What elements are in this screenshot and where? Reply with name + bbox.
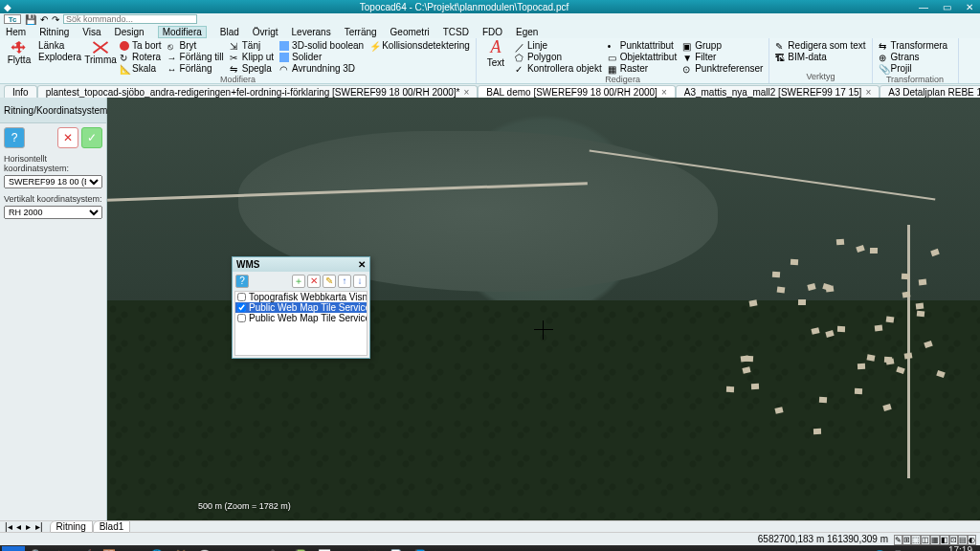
stretch-tool[interactable]: ⇲Tänj [230,40,274,51]
taskbar-app[interactable]: 📨 [241,546,264,551]
close-button[interactable]: ✕ [963,2,976,12]
cancel-button[interactable]: ✕ [57,127,78,148]
projil-tool[interactable]: 📎Projil [879,63,948,74]
horizontal-crs-select[interactable]: SWEREF99 18 00 (EPSG: 3011) [4,175,102,188]
status-toggle[interactable]: ◫ [921,535,930,545]
nav-first-button[interactable]: |◂ [4,521,13,532]
wms-edit-button[interactable]: ✎ [323,275,336,288]
wms-close-button[interactable]: ✕ [358,259,366,270]
wms-help-button[interactable]: ? [235,275,249,288]
taskbar-app[interactable]: 🌐 [145,546,168,551]
menu-visa[interactable]: Visa [82,27,100,37]
taskbar-app[interactable]: e [122,546,145,551]
mirror-tool[interactable]: ⇋Spegla [230,63,274,74]
document-tab[interactable]: A3_mattis_nya_mall2 [SWEREF99 17 15]× [676,85,880,98]
status-toggle[interactable]: ◧ [940,535,949,545]
taskbar-app[interactable]: 📗 [289,546,312,551]
menu-egen[interactable]: Egen [516,27,538,37]
bim-data-tool[interactable]: 🏗BIM-data [775,52,865,62]
status-toggle[interactable]: ✎ [894,535,902,545]
status-toggle[interactable]: ⬚ [911,535,921,545]
break-tool[interactable]: ⎋Bryt [167,40,224,51]
wms-layer-checkbox[interactable] [237,293,246,301]
sheet-tab[interactable]: Ritning [50,520,93,533]
tab-close-icon[interactable]: × [661,87,667,98]
menu-blad[interactable]: Blad [220,27,239,37]
taskbar-app[interactable]: 📁 [50,546,73,551]
extend-to-tool[interactable]: →Förläng till [167,52,224,62]
qat-save-icon[interactable]: 💾 [25,14,36,25]
line-tool[interactable]: ／Linje [515,40,602,51]
maximize-button[interactable]: ▭ [940,2,953,12]
boolean-tool[interactable]: 3D-solid boolean [279,40,364,51]
move-tool[interactable]: Flytta [6,40,33,65]
status-toggle[interactable]: ⊡ [949,535,958,545]
extend-tool[interactable]: ↔Förläng [167,63,224,74]
raster-tool[interactable]: ▦Raster [608,63,677,74]
taskbar-app[interactable]: 📞 [265,546,288,551]
taskbar-app[interactable]: 🗂 [337,546,360,551]
taskbar-app[interactable]: 🛒 [74,546,97,551]
edit-as-text-tool[interactable]: ✎Redigera som text [775,40,865,51]
status-toggle[interactable]: ⊞ [902,535,911,545]
qat-redo-icon[interactable]: ↷ [52,14,59,25]
nav-prev-button[interactable]: ◂ [15,521,22,532]
polygon-tool[interactable]: ⬠Polygon [515,52,602,62]
menu-design[interactable]: Design [115,27,145,37]
gtrans-tool[interactable]: ⊕Gtrans [879,52,948,62]
command-search-input[interactable] [63,14,197,24]
taskbar-app[interactable]: 📘 [409,546,432,551]
menu-ritning[interactable]: Ritning [39,27,69,37]
system-clock[interactable]: 17:192017-05-03 [924,546,972,551]
pointref-tool[interactable]: ⊙Punktreferenser [682,63,763,74]
rotate-tool[interactable]: ↻Rotera [120,52,162,62]
minimize-button[interactable]: — [917,2,930,12]
help-button[interactable]: ? [4,127,25,148]
object-attr-tool[interactable]: ▭Objektattribut [608,52,677,62]
wms-layer-row[interactable]: Topografisk Webbkarta Visning, CCBY [235,292,367,302]
status-toggle[interactable]: ◐ [968,535,976,545]
menu-övrigt[interactable]: Övrigt [253,27,278,37]
app-logo[interactable]: Tc [4,14,21,24]
taskbar-app[interactable]: 📑 [385,546,408,551]
wms-dialog-header[interactable]: WMS ✕ [233,257,369,272]
trim-tool[interactable]: Trimma [87,40,114,65]
menu-terräng[interactable]: Terräng [345,27,377,37]
link-tool[interactable]: Länka [38,40,81,51]
solids-tool[interactable]: Solider [279,52,364,62]
collision-tool[interactable]: ⚡Kollisionsdetektering [369,40,470,51]
filter-tool[interactable]: ▼Filter [682,52,763,62]
text-tool[interactable]: AText [482,40,509,65]
menu-geometri[interactable]: Geometri [390,27,430,37]
scale-tool[interactable]: 📐Skala [120,63,162,74]
taskbar-app[interactable]: 🦊 [169,546,192,551]
sheet-tab[interactable]: Blad1 [93,520,131,533]
menu-hem[interactable]: Hem [6,27,26,37]
group-tool[interactable]: ▣Grupp [682,40,763,51]
nav-next-button[interactable]: ▸ [25,521,32,532]
qat-undo-icon[interactable]: ↶ [40,14,48,25]
cut-tool[interactable]: ✂Klipp ut [230,52,274,62]
wms-layer-checkbox[interactable] [237,303,246,312]
explode-tool[interactable]: Explodera [38,52,81,62]
menu-fdo[interactable]: FDO [482,27,502,37]
point-attr-tool[interactable]: •Punktattribut [608,40,677,51]
menu-tcsd[interactable]: TCSD [443,27,469,37]
check-object-tool[interactable]: ✓Kontrollera objekt [515,63,602,74]
menu-modifiera[interactable]: Modifiera [158,26,207,38]
status-toggle[interactable]: ▤ [958,535,968,545]
taskbar-app[interactable]: 📧 [217,546,240,551]
document-tab[interactable]: plantest_topocad-sjöbo_andra-redigeringe… [37,85,479,98]
menu-leverans[interactable]: Leverans [292,27,331,37]
tab-close-icon[interactable]: × [865,87,871,98]
delete-tool[interactable]: Ta bort [120,40,162,51]
tab-close-icon[interactable]: × [463,87,469,98]
document-tab[interactable]: BAL demo [SWEREF99 18 00/RH 2000]× [478,85,675,98]
transform-tool[interactable]: ⇆Transformera [879,40,948,51]
wms-moveup-button[interactable]: ↑ [338,275,351,288]
taskbar-app[interactable]: 🪟 [98,546,121,551]
wms-delete-button[interactable]: ✕ [307,275,321,288]
status-toggle[interactable]: ▦ [930,535,940,545]
round3d-tool[interactable]: ◠Avrundning 3D [279,63,364,74]
taskbar-app[interactable]: 🔍 [26,546,49,551]
